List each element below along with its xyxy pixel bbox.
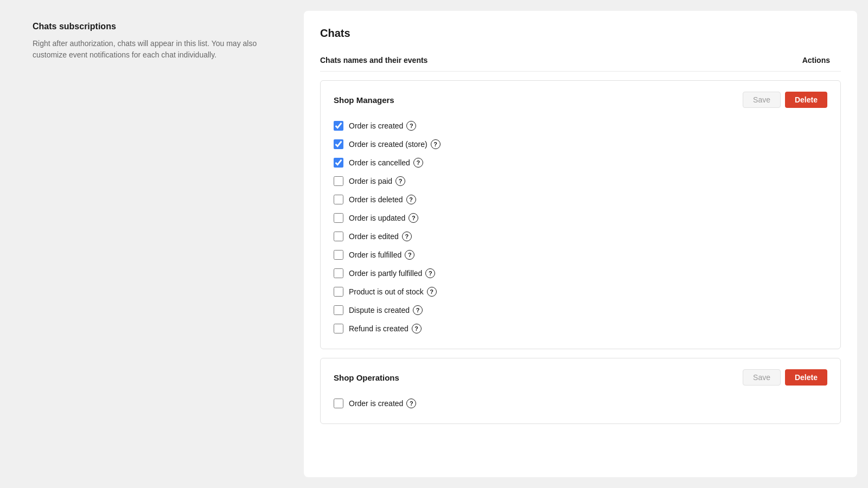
- checkbox-order-created-ops[interactable]: [334, 399, 343, 408]
- save-button-shop-operations[interactable]: Save: [743, 369, 781, 386]
- chat-group-header-shop-managers: Shop ManagersSaveDelete: [334, 92, 827, 108]
- checkbox-item-order-created-ops: Order is created?: [334, 394, 827, 413]
- checkbox-item-order-created: Order is created?: [334, 117, 827, 135]
- checkbox-label-text-refund-created: Refund is created: [349, 324, 409, 333]
- checkbox-wrapper-product-out-of-stock: [334, 287, 343, 297]
- checkbox-label-text-order-created: Order is created: [349, 121, 403, 130]
- chat-group-shop-managers: Shop ManagersSaveDeleteOrder is created?…: [320, 80, 841, 349]
- help-icon-order-edited[interactable]: ?: [402, 232, 412, 241]
- checkbox-label-order-deleted: Order is deleted?: [349, 195, 416, 204]
- help-icon-order-partly-fulfilled[interactable]: ?: [425, 268, 435, 278]
- checkbox-label-text-order-created-store: Order is created (store): [349, 140, 427, 149]
- chat-group-name-shop-operations: Shop Operations: [334, 373, 399, 382]
- checkbox-item-product-out-of-stock: Product is out of stock?: [334, 282, 827, 301]
- checkbox-refund-created[interactable]: [334, 324, 343, 333]
- checkbox-wrapper-order-paid: [334, 176, 343, 186]
- checkbox-label-text-order-paid: Order is paid: [349, 177, 392, 185]
- right-panel: Chats Chats names and their events Actio…: [304, 0, 868, 488]
- checkbox-wrapper-order-updated: [334, 213, 343, 223]
- checkbox-label-order-edited: Order is edited?: [349, 232, 412, 241]
- help-icon-order-updated[interactable]: ?: [409, 213, 418, 223]
- page-title: Chats: [320, 27, 841, 40]
- checkbox-wrapper-order-deleted: [334, 195, 343, 204]
- checkbox-order-paid[interactable]: [334, 176, 343, 186]
- checkbox-wrapper-refund-created: [334, 324, 343, 333]
- checkbox-item-refund-created: Refund is created?: [334, 319, 827, 338]
- chat-group-shop-operations: Shop OperationsSaveDeleteOrder is create…: [320, 358, 841, 424]
- chat-group-actions-shop-operations: SaveDelete: [743, 369, 827, 386]
- checkbox-label-product-out-of-stock: Product is out of stock?: [349, 287, 437, 297]
- checkbox-label-text-order-deleted: Order is deleted: [349, 195, 403, 204]
- checkbox-item-order-partly-fulfilled: Order is partly fulfilled?: [334, 264, 827, 282]
- checkbox-item-order-edited: Order is edited?: [334, 227, 827, 246]
- table-header-right: Actions: [802, 56, 841, 65]
- checkbox-label-order-created-store: Order is created (store)?: [349, 139, 441, 149]
- help-icon-order-created-ops[interactable]: ?: [406, 399, 416, 408]
- help-icon-order-deleted[interactable]: ?: [406, 195, 416, 204]
- checkbox-label-order-created: Order is created?: [349, 121, 416, 131]
- chat-group-actions-shop-managers: SaveDelete: [743, 92, 827, 108]
- checkbox-label-text-dispute-created: Dispute is created: [349, 306, 410, 314]
- checkbox-order-created-store[interactable]: [334, 139, 343, 149]
- checkbox-wrapper-order-partly-fulfilled: [334, 268, 343, 278]
- checkbox-wrapper-order-cancelled: [334, 158, 343, 168]
- checkbox-wrapper-dispute-created: [334, 305, 343, 315]
- checkbox-label-dispute-created: Dispute is created?: [349, 305, 423, 315]
- table-header: Chats names and their events Actions: [320, 56, 841, 72]
- help-icon-order-created-store[interactable]: ?: [431, 139, 441, 149]
- checkbox-product-out-of-stock[interactable]: [334, 287, 343, 297]
- chats-container: Chats Chats names and their events Actio…: [304, 11, 857, 477]
- checkbox-order-fulfilled[interactable]: [334, 250, 343, 260]
- save-button-shop-managers[interactable]: Save: [743, 92, 781, 108]
- checkbox-label-order-partly-fulfilled: Order is partly fulfilled?: [349, 268, 435, 278]
- checkbox-wrapper-order-fulfilled: [334, 250, 343, 260]
- delete-button-shop-operations[interactable]: Delete: [785, 369, 827, 386]
- checkbox-order-partly-fulfilled[interactable]: [334, 268, 343, 278]
- checkbox-wrapper-order-edited: [334, 232, 343, 241]
- help-icon-order-created[interactable]: ?: [406, 121, 416, 131]
- checkbox-item-order-deleted: Order is deleted?: [334, 190, 827, 209]
- help-icon-order-cancelled[interactable]: ?: [413, 158, 423, 168]
- left-panel: Chats subscriptions Right after authoriz…: [0, 0, 304, 488]
- checkbox-label-text-order-created-ops: Order is created: [349, 399, 403, 408]
- checkbox-dispute-created[interactable]: [334, 305, 343, 315]
- checkbox-label-text-order-partly-fulfilled: Order is partly fulfilled: [349, 269, 422, 278]
- checkbox-item-order-paid: Order is paid?: [334, 172, 827, 190]
- checkbox-order-cancelled[interactable]: [334, 158, 343, 168]
- help-icon-refund-created[interactable]: ?: [412, 324, 422, 333]
- checkbox-order-deleted[interactable]: [334, 195, 343, 204]
- help-icon-order-paid[interactable]: ?: [395, 176, 405, 186]
- checkbox-label-order-updated: Order is updated?: [349, 213, 418, 223]
- checkbox-label-refund-created: Refund is created?: [349, 324, 422, 333]
- checkbox-wrapper-order-created: [334, 121, 343, 131]
- checkbox-order-created[interactable]: [334, 121, 343, 131]
- delete-button-shop-managers[interactable]: Delete: [785, 92, 827, 108]
- chat-group-name-shop-managers: Shop Managers: [334, 95, 394, 105]
- checkbox-label-text-order-edited: Order is edited: [349, 232, 399, 241]
- checkbox-item-order-created-store: Order is created (store)?: [334, 135, 827, 153]
- checkbox-item-order-fulfilled: Order is fulfilled?: [334, 246, 827, 264]
- checkbox-label-text-order-fulfilled: Order is fulfilled: [349, 251, 401, 259]
- checkbox-item-order-updated: Order is updated?: [334, 209, 827, 227]
- chat-group-header-shop-operations: Shop OperationsSaveDelete: [334, 369, 827, 386]
- checkbox-label-text-order-updated: Order is updated: [349, 214, 405, 222]
- checkbox-wrapper-order-created-ops: [334, 399, 343, 408]
- table-header-left: Chats names and their events: [320, 56, 427, 65]
- checkbox-label-text-product-out-of-stock: Product is out of stock: [349, 287, 424, 296]
- help-icon-product-out-of-stock[interactable]: ?: [427, 287, 437, 297]
- chat-groups-container: Shop ManagersSaveDeleteOrder is created?…: [320, 80, 841, 424]
- checkbox-label-order-created-ops: Order is created?: [349, 399, 416, 408]
- checkbox-wrapper-order-created-store: [334, 139, 343, 149]
- left-panel-description: Right after authorization, chats will ap…: [33, 38, 271, 61]
- checkbox-label-order-cancelled: Order is cancelled?: [349, 158, 423, 168]
- left-panel-title: Chats subscriptions: [33, 22, 271, 31]
- checkbox-item-order-cancelled: Order is cancelled?: [334, 153, 827, 172]
- checkbox-label-order-paid: Order is paid?: [349, 176, 405, 186]
- checkbox-label-text-order-cancelled: Order is cancelled: [349, 158, 410, 167]
- help-icon-dispute-created[interactable]: ?: [413, 305, 423, 315]
- checkbox-order-updated[interactable]: [334, 213, 343, 223]
- checkbox-item-dispute-created: Dispute is created?: [334, 301, 827, 319]
- checkbox-label-order-fulfilled: Order is fulfilled?: [349, 250, 414, 260]
- checkbox-order-edited[interactable]: [334, 232, 343, 241]
- help-icon-order-fulfilled[interactable]: ?: [405, 250, 414, 260]
